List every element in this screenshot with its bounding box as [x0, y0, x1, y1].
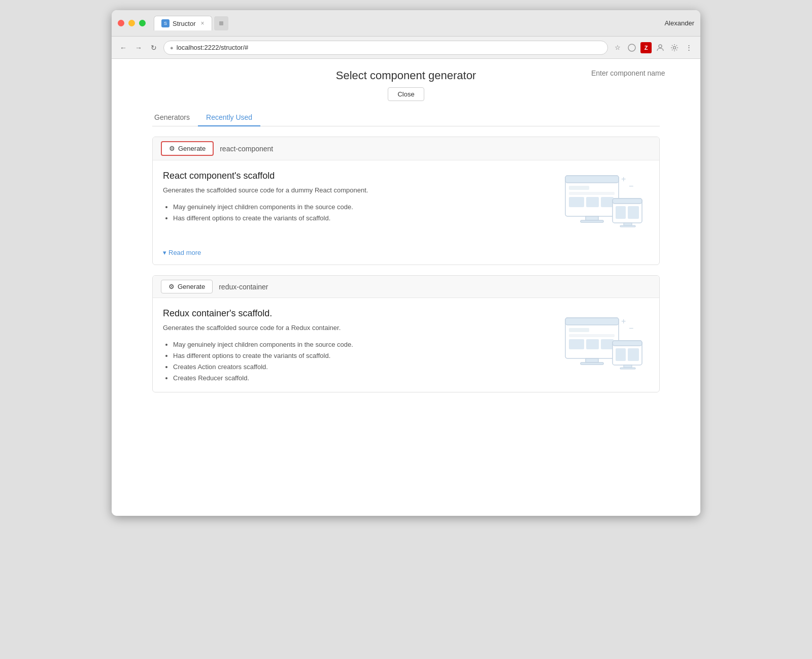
svg-rect-19	[624, 223, 632, 225]
list-item: Has different options to create the vari…	[173, 350, 548, 361]
svg-text:−: −	[629, 182, 633, 190]
minimize-window-button[interactable]	[128, 20, 135, 26]
tab-generators[interactable]: Generators	[152, 109, 198, 126]
react-cmd-name: react-component	[220, 145, 273, 153]
svg-rect-22	[565, 318, 619, 325]
card-body-react: React component's scaffold Generates the…	[153, 160, 659, 245]
generate-redux-label: Generate	[178, 283, 205, 290]
redux-cmd-name: redux-container	[219, 283, 268, 291]
svg-rect-25	[569, 328, 589, 332]
card-header-redux: ⚙ Generate redux-container	[153, 276, 659, 298]
gear-icon-redux: ⚙	[168, 283, 175, 290]
bookmark-button[interactable]: ☆	[612, 42, 623, 53]
svg-rect-18	[628, 206, 639, 219]
profile-button[interactable]	[655, 42, 666, 53]
page-header: Select component generator	[112, 69, 700, 82]
title-bar: S Structor × Alexander	[112, 10, 700, 37]
component-name-input[interactable]	[591, 69, 680, 77]
svg-rect-36	[624, 365, 632, 368]
list-item: Creates Action creators scaffold.	[173, 361, 548, 373]
svg-rect-26	[569, 334, 615, 337]
svg-rect-9	[569, 192, 615, 195]
svg-rect-27	[569, 339, 584, 349]
svg-point-2	[659, 45, 662, 48]
svg-point-3	[673, 46, 676, 49]
close-button[interactable]: Close	[388, 87, 424, 101]
card-list-redux: May genuinely inject children components…	[163, 339, 548, 384]
read-more-react-link[interactable]: ▾ Read more	[163, 249, 649, 256]
card-list-react: May genuinely inject children components…	[163, 202, 548, 224]
reload-button[interactable]: ↻	[148, 42, 159, 53]
structor-icon: S	[161, 19, 170, 27]
url-text: localhost:2222/structor/#	[177, 44, 249, 51]
url-bar[interactable]: ● localhost:2222/structor/#	[163, 41, 608, 55]
extensions-button[interactable]	[626, 42, 637, 53]
main-content: Select component generator Close Generat…	[112, 59, 700, 516]
svg-text:+: +	[621, 175, 626, 183]
tab-recently-used[interactable]: Recently Used	[198, 109, 260, 126]
svg-rect-5	[565, 176, 619, 183]
zotero-button[interactable]: Z	[640, 42, 652, 53]
gear-icon: ⚙	[169, 145, 175, 152]
active-tab[interactable]: S Structor ×	[154, 16, 212, 30]
user-name: Alexander	[664, 19, 694, 27]
new-tab-button[interactable]	[214, 16, 228, 30]
svg-rect-10	[569, 197, 584, 207]
back-button[interactable]: ←	[118, 42, 129, 53]
svg-rect-11	[586, 197, 599, 207]
svg-rect-7	[581, 220, 603, 222]
svg-rect-33	[613, 341, 642, 346]
browser-window: S Structor × Alexander ← → ↻ ● localhost…	[112, 10, 700, 516]
svg-rect-16	[613, 199, 642, 204]
chevron-down-icon: ▾	[163, 249, 166, 256]
generator-card-react-component: ⚙ Generate react-component React compone…	[152, 137, 660, 265]
svg-rect-29	[601, 339, 614, 349]
card-image-react: + −	[558, 171, 649, 237]
card-text-react: React component's scaffold Generates the…	[163, 171, 548, 237]
card-desc-react: Generates the scaffolded source code for…	[163, 185, 548, 195]
cards-container: ⚙ Generate react-component React compone…	[112, 137, 700, 392]
list-item: Creates Reducer scaffold.	[173, 373, 548, 384]
tab-close-button[interactable]: ×	[201, 20, 205, 27]
generate-redux-button[interactable]: ⚙ Generate	[161, 280, 213, 293]
svg-rect-28	[586, 339, 599, 349]
svg-rect-12	[601, 197, 614, 207]
svg-rect-35	[628, 348, 639, 361]
svg-rect-34	[616, 348, 626, 361]
browser-actions: ☆ Z ⋮	[612, 42, 694, 53]
traffic-lights	[118, 20, 146, 26]
maximize-window-button[interactable]	[139, 20, 146, 26]
card-body-redux: Redux container's scaffold. Generates th…	[153, 298, 659, 392]
svg-rect-23	[586, 358, 598, 363]
tabs-header: Generators Recently Used	[152, 109, 660, 126]
read-more-react-text: Read more	[168, 249, 201, 256]
tab-title: Structor	[173, 20, 196, 27]
svg-rect-6	[586, 216, 598, 220]
forward-button[interactable]: →	[133, 42, 144, 53]
svg-rect-0	[219, 21, 223, 25]
close-button-wrap: Close	[112, 87, 700, 101]
generate-react-label: Generate	[178, 145, 206, 152]
lock-icon: ●	[170, 45, 174, 51]
svg-rect-8	[569, 186, 589, 190]
close-window-button[interactable]	[118, 20, 124, 26]
generator-card-redux-container: ⚙ Generate redux-container Redux contain…	[152, 275, 660, 392]
generate-react-button[interactable]: ⚙ Generate	[161, 141, 214, 156]
svg-point-1	[628, 44, 635, 51]
menu-button[interactable]: ⋮	[683, 42, 694, 53]
tab-bar: S Structor ×	[154, 16, 664, 30]
list-item: May genuinely inject children components…	[173, 339, 548, 350]
svg-rect-20	[620, 225, 635, 227]
card-desc-redux: Generates the scaffolded source code for…	[163, 323, 548, 333]
settings-button[interactable]	[669, 42, 680, 53]
svg-rect-17	[616, 206, 626, 219]
card-title-redux: Redux container's scaffold.	[163, 308, 548, 319]
card-text-redux: Redux container's scaffold. Generates th…	[163, 308, 548, 384]
svg-text:+: +	[621, 317, 626, 325]
read-more-wrap-react: ▾ Read more	[153, 245, 659, 265]
list-item: May genuinely inject children components…	[173, 202, 548, 213]
svg-text:−: −	[629, 324, 633, 333]
address-bar: ← → ↻ ● localhost:2222/structor/# ☆ Z	[112, 37, 700, 59]
card-image-redux: + −	[558, 308, 649, 384]
card-title-react: React component's scaffold	[163, 171, 548, 181]
